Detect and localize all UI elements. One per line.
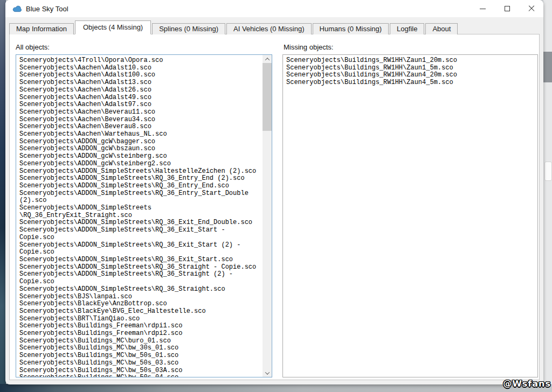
list-item: Sceneryobjects\Aachen\Beverau11.sco xyxy=(19,109,263,116)
tab-map-information[interactable]: Map Information xyxy=(9,23,74,34)
chevron-down-icon xyxy=(265,370,269,374)
list-item: Sceneryobjects\Buildings_RW1HH\Zaun4_5m.… xyxy=(286,79,537,87)
list-item: Sceneryobjects\Buildings_Freeman\rdpi1.s… xyxy=(19,323,263,330)
list-item: Sceneryobjects\ADDON_gcW\bszaun.sco xyxy=(19,145,263,153)
scroll-up-button[interactable] xyxy=(263,55,272,63)
list-item: Sceneryobjects\Buildings_RW1HH\Zaun1_20m… xyxy=(286,57,537,65)
list-item: Sceneryobjects\Buildings_MC\bw_50s_03.sc… xyxy=(19,360,263,367)
missing-objects-list[interactable]: Sceneryobjects\Buildings_RW1HH\Zaun1_20m… xyxy=(282,54,538,377)
desktop-background-right xyxy=(543,0,552,392)
list-item: Sceneryobjects\ADDON_SimpleStreets\RQ_36… xyxy=(19,286,263,293)
list-item: Sceneryobjects\Aachen\Adalst97.sco xyxy=(19,101,263,109)
list-item: \RQ_36_EntryExit_Straight.sco xyxy=(19,212,263,220)
list-item: Sceneryobjects\Aachen\Wartehaus_NL.sco xyxy=(19,131,263,138)
tab-bar: Map Information Objects (4 Missing) Spli… xyxy=(9,20,459,34)
list-item: Sceneryobjects\Buildings_MC\bw_50s_01.sc… xyxy=(19,352,263,360)
all-objects-list[interactable]: Sceneryobjects\4Troll\Opora\Opora.scoSce… xyxy=(16,54,272,377)
list-item: Sceneryobjects\ADDON_SimpleStreets\RQ_36… xyxy=(19,190,263,198)
tab-humans[interactable]: Humans (0 Missing) xyxy=(313,23,389,34)
desktop-background-bottom xyxy=(0,384,552,392)
list-item: Sceneryobjects\BlackEye\AnzBottrop.sco xyxy=(19,300,263,308)
list-item: Sceneryobjects\ADDON_SimpleStreets\RQ_36… xyxy=(19,227,263,234)
list-item: Sceneryobjects\Buildings_Freeman\rdpi2.s… xyxy=(19,330,263,338)
tab-ai-vehicles[interactable]: AI Vehicles (0 Missing) xyxy=(226,23,312,34)
list-item: Sceneryobjects\4Troll\Opora\Opora.sco xyxy=(19,57,263,65)
list-item: Sceneryobjects\Buildings_MC\bw_50s_03A.s… xyxy=(19,367,263,375)
list-item: (2).sco xyxy=(19,197,263,205)
watermark: @Wsfans xyxy=(503,379,551,389)
maximize-icon xyxy=(505,6,510,11)
list-item: Sceneryobjects\Aachen\Adalst13.sco xyxy=(19,79,263,87)
list-item: Sceneryobjects\BRT\TianQiao.sco xyxy=(19,316,263,323)
list-item: Sceneryobjects\BlackEye\BVG_Elec_Haltest… xyxy=(19,308,263,316)
list-item: Sceneryobjects\Buildings_MC\bw_30s_01.sc… xyxy=(19,345,263,352)
chevron-up-icon xyxy=(265,58,269,62)
list-item: Sceneryobjects\Buildings_MC\buro_01.sco xyxy=(19,338,263,345)
tab-objects[interactable]: Objects (4 Missing) xyxy=(75,20,151,34)
scrollbar-thumb[interactable] xyxy=(263,63,272,131)
app-window: Blue Sky Tool Map Information Objects (4… xyxy=(5,0,543,384)
window-controls xyxy=(471,0,543,17)
list-item: Sceneryobjects\ADDON_SimpleStreets xyxy=(19,205,263,212)
missing-objects-list-content: Sceneryobjects\Buildings_RW1HH\Zaun1_20m… xyxy=(283,55,537,377)
cloud-icon xyxy=(12,5,22,12)
scroll-down-button[interactable] xyxy=(263,369,272,377)
all-objects-label: All objects: xyxy=(16,43,50,51)
list-item: Sceneryobjects\ADDON_SimpleStreets\RQ_36… xyxy=(19,219,263,227)
minimize-icon xyxy=(480,9,486,9)
window-title: Blue Sky Tool xyxy=(26,5,68,13)
list-item: Copie.sco xyxy=(19,249,263,256)
maximize-button[interactable] xyxy=(495,0,519,17)
title-bar: Blue Sky Tool xyxy=(5,0,543,17)
list-item: Sceneryobjects\ADDON_gcW\steinberg2.sco xyxy=(19,160,263,168)
desktop: Blue Sky Tool Map Information Objects (4… xyxy=(0,0,552,392)
list-item: Sceneryobjects\ADDON_gcW\steinberg.sco xyxy=(19,153,263,160)
list-item: Sceneryobjects\ADDON_SimpleStreets\RQ_36… xyxy=(19,242,263,249)
all-objects-scrollbar[interactable] xyxy=(263,55,272,377)
list-item: Sceneryobjects\Buildings_RW1HH\Zaun4_20m… xyxy=(286,72,537,79)
missing-objects-label: Missing objects: xyxy=(284,43,333,51)
tab-splines[interactable]: Splines (0 Missing) xyxy=(152,23,225,34)
background-window-element xyxy=(544,162,552,181)
list-item: Copie.sco xyxy=(19,278,263,286)
list-item: Sceneryobjects\Aachen\Adalst49.sco xyxy=(19,94,263,102)
list-item: Sceneryobjects\ADDON_SimpleStreets\Halte… xyxy=(19,168,263,176)
list-item: Sceneryobjects\Aachen\Beverau8.sco xyxy=(19,123,263,131)
minimize-button[interactable] xyxy=(471,0,495,17)
list-item: Copie.sco xyxy=(19,234,263,242)
tab-page-objects: All objects: Missing objects: Sceneryobj… xyxy=(9,34,540,380)
list-item: Sceneryobjects\ADDON_SimpleStreets\RQ_36… xyxy=(19,183,263,190)
list-item: Sceneryobjects\ADDON_SimpleStreets\RQ_36… xyxy=(19,264,263,271)
list-item: Sceneryobjects\Aachen\Adalst10.sco xyxy=(19,65,263,72)
list-item: Sceneryobjects\Buildings_RW1HH\Zaun1_5m.… xyxy=(286,65,537,72)
list-item: Sceneryobjects\ADDON_SimpleStreets\RQ_36… xyxy=(19,256,263,264)
list-item: Sceneryobjects\Aachen\Adalst26.sco xyxy=(19,87,263,94)
close-button[interactable] xyxy=(519,0,543,17)
close-icon xyxy=(528,5,535,12)
all-objects-list-content: Sceneryobjects\4Troll\Opora\Opora.scoSce… xyxy=(16,55,263,377)
list-item: Sceneryobjects\Aachen\Beverau34.sco xyxy=(19,116,263,124)
list-item: Sceneryobjects\ADDON_SimpleStreets\RQ_36… xyxy=(19,175,263,183)
background-window-edge xyxy=(543,52,552,82)
tab-logfile[interactable]: Logfile xyxy=(390,23,424,34)
list-item: Sceneryobjects\Buildings_MC\bw_50s_04.sc… xyxy=(19,374,263,377)
list-item: Sceneryobjects\Aachen\Adalst100.sco xyxy=(19,72,263,79)
list-item: Sceneryobjects\BJS\lanpai.sco xyxy=(19,293,263,301)
list-item: Sceneryobjects\ADDON_SimpleStreets\RQ_36… xyxy=(19,271,263,278)
tab-about[interactable]: About xyxy=(425,23,458,34)
list-item: Sceneryobjects\ADDON_gcW\bagger.sco xyxy=(19,138,263,146)
